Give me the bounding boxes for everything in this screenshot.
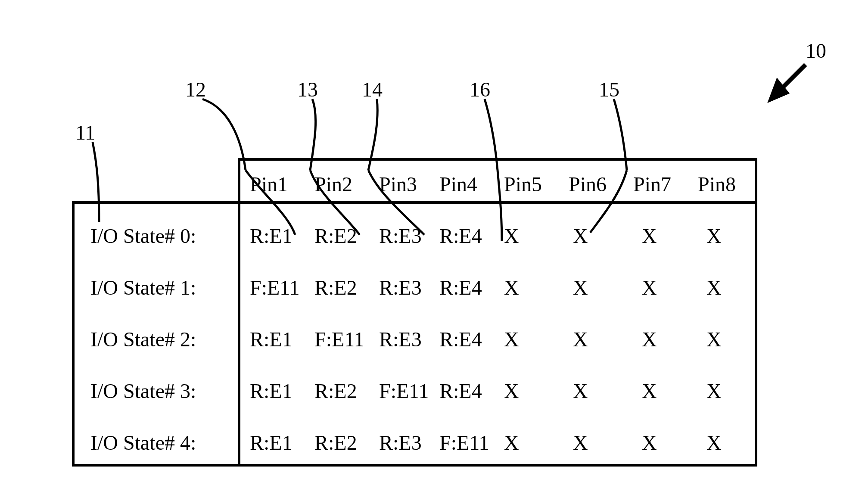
cell-r0-c6: X xyxy=(642,224,657,248)
cell-r1-c6: X xyxy=(642,276,657,299)
cell-r3-c2: F:E11 xyxy=(379,379,429,403)
cell-r2-c2: R:E3 xyxy=(379,327,422,351)
arrow-10 xyxy=(771,65,806,99)
cell-r3-c6: X xyxy=(642,379,657,403)
cell-r2-c1: F:E11 xyxy=(314,327,364,351)
callout-16: 16 xyxy=(470,78,490,101)
row-label-0: I/O State# 0: xyxy=(90,224,196,248)
header-pin8: Pin8 xyxy=(698,172,736,196)
cell-r2-c6: X xyxy=(642,327,657,351)
header-pin5: Pin5 xyxy=(504,172,542,196)
callout-15: 15 xyxy=(599,78,619,101)
cell-r3-c3: R:E4 xyxy=(439,379,482,403)
cell-r1-c5: X xyxy=(573,276,588,299)
io-state-table-figure: 10 11 12 13 14 16 15 Pin1 Pin2 Pin3 Pin4… xyxy=(0,0,865,504)
row-label-2: I/O State# 2: xyxy=(90,327,196,351)
cell-r1-c0: F:E11 xyxy=(250,276,300,299)
cell-r4-c0: R:E1 xyxy=(250,431,292,454)
row-label-4: I/O State# 4: xyxy=(90,431,196,454)
svg-marker-4 xyxy=(771,82,786,99)
cell-r0-c1: R:E2 xyxy=(314,224,357,248)
cell-r4-c5: X xyxy=(573,431,588,454)
cell-r1-c2: R:E3 xyxy=(379,276,422,299)
row-label-3: I/O State# 3: xyxy=(90,379,196,403)
header-pin2: Pin2 xyxy=(314,172,352,196)
cell-r0-c5: X xyxy=(573,224,588,248)
cell-r3-c4: X xyxy=(504,379,519,403)
callout-14: 14 xyxy=(362,78,383,101)
callout-11: 11 xyxy=(75,121,95,144)
cell-r3-c7: X xyxy=(706,379,722,403)
cell-r1-c7: X xyxy=(706,276,722,299)
header-pin7: Pin7 xyxy=(633,172,671,196)
cell-r0-c4: X xyxy=(504,224,519,248)
cell-r1-c1: R:E2 xyxy=(314,276,357,299)
cell-r4-c2: R:E3 xyxy=(379,431,422,454)
cell-r2-c0: R:E1 xyxy=(250,327,292,351)
callout-10: 10 xyxy=(806,39,826,62)
cell-r1-c3: R:E4 xyxy=(439,276,482,299)
callout-12: 12 xyxy=(185,78,206,101)
cell-r1-c4: X xyxy=(504,276,519,299)
header-pin1: Pin1 xyxy=(250,172,288,196)
cell-r3-c0: R:E1 xyxy=(250,379,292,403)
header-pin6: Pin6 xyxy=(569,172,607,196)
cell-r2-c5: X xyxy=(573,327,588,351)
cell-r0-c3: R:E4 xyxy=(439,224,482,248)
cell-r4-c3: F:E11 xyxy=(439,431,489,454)
cell-r0-c0: R:E1 xyxy=(250,224,292,248)
diagram-overlay xyxy=(0,0,865,504)
cell-r0-c7: X xyxy=(706,224,722,248)
cell-r0-c2: R:E3 xyxy=(379,224,422,248)
svg-line-3 xyxy=(771,65,806,99)
cell-r2-c3: R:E4 xyxy=(439,327,482,351)
header-pin4: Pin4 xyxy=(439,172,477,196)
row-label-1: I/O State# 1: xyxy=(90,276,196,299)
callout-13: 13 xyxy=(297,78,318,101)
cell-r4-c6: X xyxy=(642,431,657,454)
cell-r3-c1: R:E2 xyxy=(314,379,357,403)
cell-r4-c4: X xyxy=(504,431,519,454)
cell-r3-c5: X xyxy=(573,379,588,403)
cell-r4-c1: R:E2 xyxy=(314,431,357,454)
cell-r2-c4: X xyxy=(504,327,519,351)
cell-r4-c7: X xyxy=(706,431,722,454)
header-pin3: Pin3 xyxy=(379,172,417,196)
cell-r2-c7: X xyxy=(706,327,722,351)
